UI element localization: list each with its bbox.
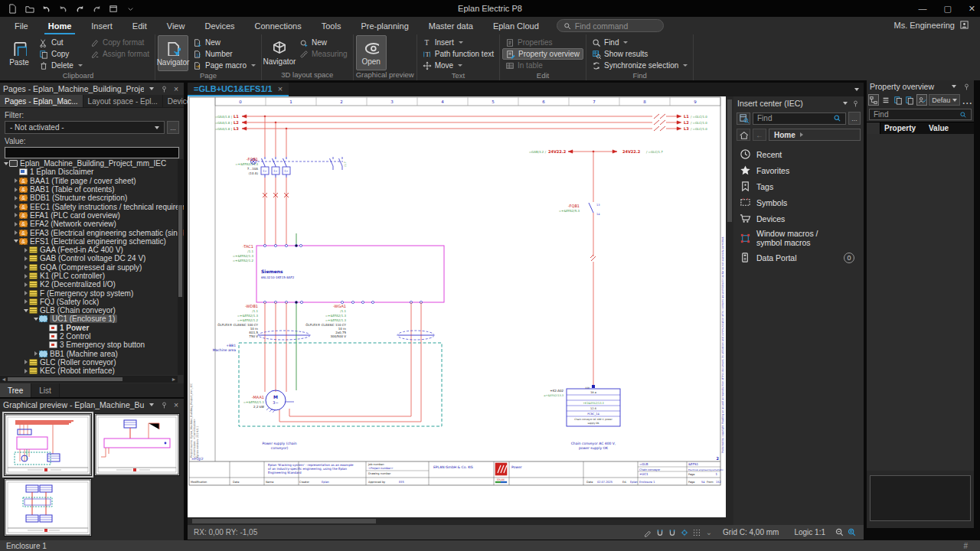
insert-item-recent[interactable]: Recent (735, 146, 862, 162)
tree-expander-icon[interactable] (12, 213, 19, 217)
view-tab-tree[interactable]: Tree (0, 383, 31, 397)
tree-expander-icon[interactable] (22, 274, 29, 279)
filter-select[interactable]: - Not activated - (5, 121, 165, 134)
zoom-window-icon[interactable] (845, 527, 858, 537)
crosshair-icon[interactable] (678, 528, 691, 537)
hierarchy-icon[interactable] (868, 94, 879, 106)
copy-button[interactable]: Copy (36, 48, 86, 60)
back-button[interactable]: ← (753, 129, 766, 141)
ribbon-tab-pre-planning[interactable]: Pre-planning (351, 17, 418, 34)
tree-item-bdb1[interactable]: &BDB1 (Structure description) (0, 194, 184, 202)
tree-expander-icon[interactable] (12, 178, 19, 183)
tree-item-uc1[interactable]: UC1 (Enclosure 1) (0, 315, 184, 323)
tree-expander-icon[interactable] (12, 187, 19, 192)
tree-item-efa3[interactable]: &EFA3 (Electrical engineering schematic … (0, 228, 184, 236)
tree-horizontal-scrollbar[interactable]: ◄► (0, 376, 178, 383)
tree-vertical-scrollbar[interactable] (178, 159, 183, 375)
paste-button[interactable]: Paste (4, 35, 34, 71)
tree-item-baa1[interactable]: &BAA1 (Title page / cover sheet) (0, 177, 184, 185)
tab-list-dropdown-icon[interactable] (854, 88, 859, 91)
logic-scale-indicator[interactable]: Logic 1:1 (786, 528, 833, 536)
property-column-header[interactable]: Property (880, 124, 925, 132)
tree-expander-icon[interactable] (22, 256, 29, 261)
tree-item-3[interactable]: 3 Emergency stop button (0, 341, 184, 349)
grid-toggle-icon[interactable] (691, 528, 703, 537)
scheme-dropdown[interactable]: Defau (929, 94, 960, 106)
ribbon-tab-tools[interactable]: Tools (312, 17, 351, 34)
tree-item-kec[interactable]: KEC (Robot interface) (0, 367, 184, 375)
insert-item-devices[interactable]: Devices (735, 210, 862, 227)
toolbar-more-button[interactable]: ... (962, 94, 972, 106)
user-settings-icon[interactable] (959, 20, 969, 30)
insert-item-window-macros-symbol-macros[interactable]: Window macros / symbol macros (735, 227, 862, 249)
measuring-button[interactable]: Measuring (296, 48, 351, 60)
tree-item-1[interactable]: 1 Power (0, 324, 184, 332)
panel-pin-icon[interactable] (159, 401, 168, 409)
filter-browse-button[interactable]: ... (167, 121, 179, 134)
tree-item-bb1[interactable]: BB1 (Machine area) (0, 350, 184, 358)
tree-item-f[interactable]: F (Emergency stop system) (0, 289, 184, 297)
tree-expander-icon[interactable] (2, 162, 9, 165)
search-more-button[interactable]: ... (848, 112, 861, 125)
canvas-vertical-scrollbar[interactable] (726, 96, 733, 517)
zoom-out-icon[interactable] (833, 527, 845, 537)
ribbon-tab-edit[interactable]: Edit (122, 17, 157, 34)
status-more-icon[interactable]: ⌄ (703, 528, 715, 536)
preview-thumbnail-3[interactable] (4, 478, 92, 536)
tree-expander-icon[interactable] (22, 369, 29, 373)
new-button[interactable]: New (190, 37, 259, 48)
breadcrumb[interactable]: Home (769, 129, 861, 141)
property-search-input[interactable]: Find (869, 109, 972, 120)
insert-item-data-portal[interactable]: Data Portal0 (735, 249, 862, 266)
ribbon-tab-devices[interactable]: Devices (194, 17, 244, 34)
tree-expander-icon[interactable] (22, 265, 29, 269)
delete-button[interactable]: Delete (36, 60, 86, 71)
list-icon[interactable] (880, 94, 891, 106)
maximize-button[interactable]: ▢ (943, 4, 951, 14)
ribbon-tab-connections[interactable]: Connections (245, 17, 312, 34)
ribbon-tab-eplan-cloud[interactable]: Eplan Cloud (483, 17, 549, 34)
in-table-button[interactable]: In table (502, 60, 583, 71)
panel-close-icon[interactable]: × (172, 84, 181, 93)
tree-item-1[interactable]: 1 Eplan Disclaimer (0, 168, 184, 176)
navigator-tab-0[interactable]: Pages - Eplan_Mac... (0, 95, 83, 107)
object-snap-icon[interactable] (666, 528, 678, 537)
new-button[interactable]: New (296, 37, 351, 48)
tree-expander-icon[interactable] (12, 230, 19, 235)
tree-item-efa1[interactable]: &EFA1 (PLC card overview) (0, 211, 184, 220)
page-macro-button[interactable]: Page macro (190, 60, 259, 71)
ribbon-tab-insert[interactable]: Insert (81, 17, 122, 34)
panel-pin-icon[interactable] (851, 99, 860, 108)
properties-button[interactable]: Properties (502, 37, 583, 48)
insert-item-tags[interactable]: Tags (735, 178, 862, 194)
ribbon-tab-file[interactable]: File (5, 17, 38, 34)
value-column-header[interactable]: Value (925, 124, 949, 132)
insert-item-symbols[interactable]: Symbols (735, 194, 862, 210)
ribbon-tab-home[interactable]: Home (38, 17, 82, 34)
insert-center-search-input[interactable]: Find (753, 112, 846, 125)
tree-expander-icon[interactable] (32, 318, 39, 321)
panel-dropdown-icon[interactable] (147, 87, 156, 90)
assign-format-button[interactable]: Assign format (87, 48, 152, 60)
navigator-tab-1[interactable]: Layout space - Epl... (83, 95, 163, 107)
close-button[interactable]: ✕ (969, 4, 975, 14)
snap-icon[interactable] (654, 528, 666, 537)
copy-format-button[interactable]: Copy format (87, 37, 152, 48)
tree-item-efa2[interactable]: &EFA2 (Network overview) (0, 220, 184, 228)
tree-expander-icon[interactable] (32, 351, 39, 356)
copy-icon[interactable] (893, 94, 903, 106)
pen-mode-icon[interactable] (642, 528, 654, 537)
path-function-text-button[interactable]: TPath function text (420, 48, 497, 60)
panel-dropdown-icon[interactable] (949, 85, 959, 88)
tree-item-efs1[interactable]: &EFS1 (Electrical engineering schematic) (0, 237, 184, 246)
tree-expander-icon[interactable] (12, 196, 19, 201)
tree-expander-icon[interactable] (22, 309, 29, 312)
insert-button[interactable]: TInsert (420, 37, 497, 48)
panel-close-icon[interactable]: × (172, 400, 181, 409)
number-button[interactable]: 12Number (190, 48, 259, 60)
ribbon-tab-master-data[interactable]: Master data (419, 17, 483, 34)
navigator-button[interactable]: Navigator (264, 35, 295, 70)
tree-expander-icon[interactable] (22, 360, 29, 364)
panel-dropdown-icon[interactable] (147, 403, 156, 406)
tree-item-2[interactable]: 2 Control (0, 332, 184, 341)
